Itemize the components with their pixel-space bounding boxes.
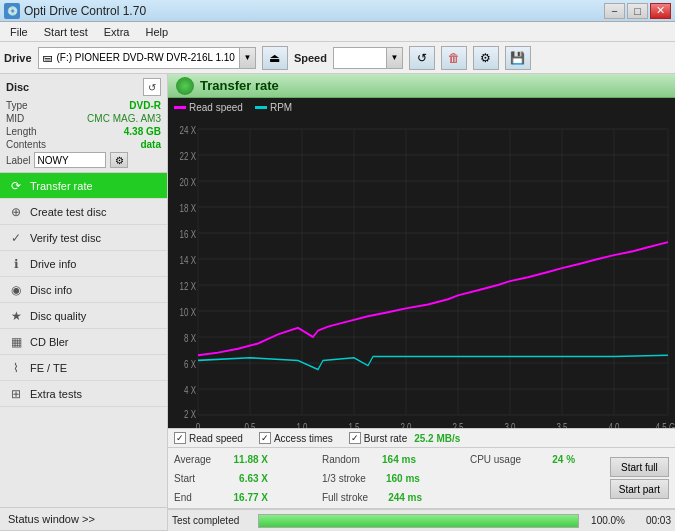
drive-label: Drive: [4, 52, 32, 64]
settings-button[interactable]: ⚙: [473, 46, 499, 70]
stat-full-stroke: Full stroke 244 ms: [322, 488, 462, 506]
svg-rect-0: [168, 116, 675, 428]
start-label: Start: [174, 473, 214, 484]
stats-area: Average 11.88 X Start 6.63 X End 16.77 X…: [168, 448, 675, 509]
nav-label-cd-bler: CD Bler: [30, 336, 69, 348]
nav-item-transfer-rate[interactable]: ⟳ Transfer rate: [0, 173, 167, 199]
chart-area: 24 X 22 X 20 X 18 X 16 X 14 X 12 X 10 X …: [168, 116, 675, 428]
chart-svg: 24 X 22 X 20 X 18 X 16 X 14 X 12 X 10 X …: [168, 116, 675, 428]
minimize-button[interactable]: −: [604, 3, 625, 19]
status-window-label: Status window >>: [8, 513, 95, 525]
close-button[interactable]: ✕: [650, 3, 671, 19]
menu-help[interactable]: Help: [137, 24, 176, 40]
legend-read-speed-color: [174, 106, 186, 109]
end-label: End: [174, 492, 214, 503]
nav-item-create-test-disc[interactable]: ⊕ Create test disc: [0, 199, 167, 225]
cpu-label: CPU usage: [470, 454, 521, 465]
titlebar-controls: − □ ✕: [604, 3, 671, 19]
checkbox-burst-rate-box[interactable]: ✓: [349, 432, 361, 444]
drive-value: (F:) PIONEER DVD-RW DVR-216L 1.10: [57, 52, 235, 63]
mid-value: CMC MAG. AM3: [87, 113, 161, 124]
nav-label-fe-te: FE / TE: [30, 362, 67, 374]
svg-text:2 X: 2 X: [184, 409, 196, 420]
svg-text:2.5: 2.5: [452, 422, 463, 428]
type-value: DVD-R: [129, 100, 161, 111]
stat-stroke-1-3: 1/3 stroke 160 ms: [322, 469, 462, 487]
nav-label-disc-info: Disc info: [30, 284, 72, 296]
disc-label-button[interactable]: ⚙: [110, 152, 128, 168]
checkbox-access-times[interactable]: ✓ Access times: [259, 432, 333, 444]
start-full-button[interactable]: Start full: [610, 457, 669, 477]
nav-item-extra-tests[interactable]: ⊞ Extra tests: [0, 381, 167, 407]
start-part-button[interactable]: Start part: [610, 479, 669, 499]
nav-label-drive-info: Drive info: [30, 258, 76, 270]
legend-rpm-color: [255, 106, 267, 109]
disc-refresh-button[interactable]: ↺: [143, 78, 161, 96]
checkbox-read-speed-box[interactable]: ✓: [174, 432, 186, 444]
nav-item-fe-te[interactable]: ⌇ FE / TE: [0, 355, 167, 381]
refresh-button[interactable]: ↺: [409, 46, 435, 70]
end-value: 16.77 X: [218, 492, 268, 503]
svg-text:14 X: 14 X: [180, 255, 196, 266]
app-title: Opti Drive Control 1.70: [24, 4, 146, 18]
main-area: Disc ↺ Type DVD-R MID CMC MAG. AM3 Lengt…: [0, 74, 675, 531]
stat-end: End 16.77 X: [174, 488, 314, 506]
stat-random: Random 164 ms: [322, 450, 462, 468]
drive-selector[interactable]: 🖴 (F:) PIONEER DVD-RW DVR-216L 1.10 ▼: [38, 47, 256, 69]
menu-start-test[interactable]: Start test: [36, 24, 96, 40]
svg-text:1.0: 1.0: [296, 422, 307, 428]
checkbox-burst-rate-label: Burst rate: [364, 433, 407, 444]
svg-text:4 X: 4 X: [184, 385, 196, 396]
progress-fill: [259, 515, 578, 527]
length-label: Length: [6, 126, 37, 137]
mid-label: MID: [6, 113, 24, 124]
average-label: Average: [174, 454, 214, 465]
maximize-button[interactable]: □: [627, 3, 648, 19]
svg-text:12 X: 12 X: [180, 281, 196, 292]
create-test-disc-icon: ⊕: [8, 204, 24, 220]
svg-text:4.0: 4.0: [608, 422, 619, 428]
cd-bler-icon: ▦: [8, 334, 24, 350]
menubar: File Start test Extra Help: [0, 22, 675, 42]
progress-percent: 100.0%: [585, 515, 625, 526]
nav-item-drive-info[interactable]: ℹ Drive info: [0, 251, 167, 277]
fe-te-icon: ⌇: [8, 360, 24, 376]
save-button[interactable]: 💾: [505, 46, 531, 70]
nav-item-cd-bler[interactable]: ▦ CD Bler: [0, 329, 167, 355]
nav-label-create-test-disc: Create test disc: [30, 206, 106, 218]
checkbox-burst-rate[interactable]: ✓ Burst rate 25.2 MB/s: [349, 432, 461, 444]
menu-file[interactable]: File: [2, 24, 36, 40]
drivebar: Drive 🖴 (F:) PIONEER DVD-RW DVR-216L 1.1…: [0, 42, 675, 74]
nav-item-disc-quality[interactable]: ★ Disc quality: [0, 303, 167, 329]
nav-item-verify-test-disc[interactable]: ✓ Verify test disc: [0, 225, 167, 251]
speed-label: Speed: [294, 52, 327, 64]
disc-label-label: Label: [6, 155, 30, 166]
svg-text:4.5 GB: 4.5 GB: [656, 422, 675, 428]
drive-dropdown-arrow[interactable]: ▼: [239, 48, 255, 68]
speed-dropdown-arrow[interactable]: ▼: [386, 48, 402, 68]
legend-rpm: RPM: [255, 102, 292, 113]
disc-info-icon: ◉: [8, 282, 24, 298]
burst-rate-value: 25.2 MB/s: [414, 433, 460, 444]
menu-extra[interactable]: Extra: [96, 24, 138, 40]
clear-button[interactable]: 🗑: [441, 46, 467, 70]
chart-title: Transfer rate: [200, 78, 279, 93]
nav-item-disc-info[interactable]: ◉ Disc info: [0, 277, 167, 303]
speed-selector[interactable]: ▼: [333, 47, 403, 69]
svg-text:10 X: 10 X: [180, 307, 196, 318]
cpu-value: 24 %: [525, 454, 575, 465]
nav-label-disc-quality: Disc quality: [30, 310, 86, 322]
length-value: 4.38 GB: [124, 126, 161, 137]
random-value: 164 ms: [366, 454, 416, 465]
stroke-1-3-label: 1/3 stroke: [322, 473, 366, 484]
disc-label-input[interactable]: [34, 152, 106, 168]
status-window-button[interactable]: Status window >>: [0, 507, 167, 531]
svg-text:2.0: 2.0: [400, 422, 411, 428]
nav-label-transfer-rate: Transfer rate: [30, 180, 93, 192]
svg-text:3.5: 3.5: [556, 422, 567, 428]
eject-button[interactable]: ⏏: [262, 46, 288, 70]
checkbox-access-times-box[interactable]: ✓: [259, 432, 271, 444]
checkbox-read-speed[interactable]: ✓ Read speed: [174, 432, 243, 444]
legend-read-speed-label: Read speed: [189, 102, 243, 113]
progress-time: 00:03: [631, 515, 671, 526]
